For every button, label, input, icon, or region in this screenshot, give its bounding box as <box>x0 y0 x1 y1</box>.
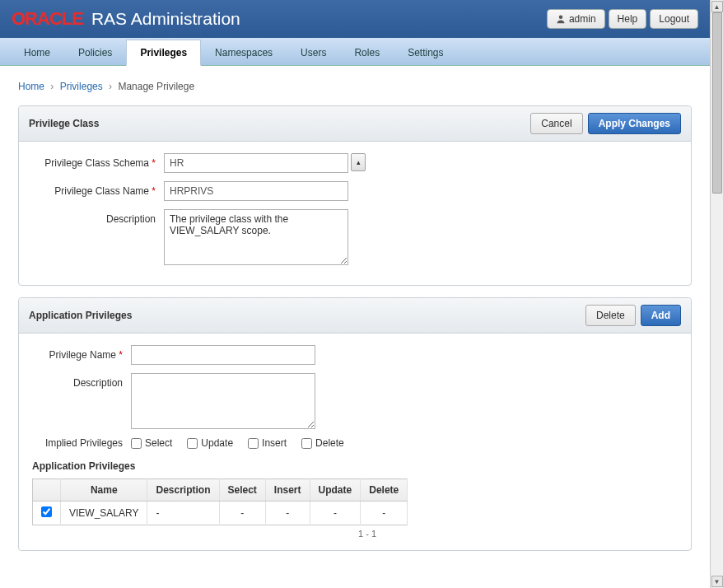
oracle-logo: ORACLE <box>12 8 83 30</box>
scroll-up-icon[interactable]: ▲ <box>711 1 723 12</box>
table-pager: 1 - 1 <box>32 529 376 539</box>
row-desc: - <box>147 502 219 525</box>
implied-insert-option[interactable]: Insert <box>248 437 287 449</box>
breadcrumb: Home › Privileges › Manage Privilege <box>18 81 692 92</box>
implied-select-option[interactable]: Select <box>131 437 172 449</box>
row-update: - <box>310 502 361 525</box>
priv-desc-textarea[interactable] <box>131 373 315 429</box>
app-header: ORACLE RAS Administration admin Help Log… <box>0 0 710 38</box>
app-privs-table: Name Description Select Insert Update De… <box>32 478 408 525</box>
table-row[interactable]: VIEW_SALARY - - - - - <box>33 502 408 525</box>
row-delete: - <box>361 502 408 525</box>
privilege-class-title: Privilege Class <box>29 118 99 129</box>
col-delete[interactable]: Delete <box>361 479 408 502</box>
app-privs-title: Application Privileges <box>29 310 132 321</box>
row-checkbox[interactable] <box>41 506 52 517</box>
logout-button[interactable]: Logout <box>650 9 698 29</box>
col-update[interactable]: Update <box>310 479 361 502</box>
class-name-label: Privilege Class Name * <box>32 181 164 197</box>
help-button[interactable]: Help <box>609 9 647 29</box>
schema-label: Privilege Class Schema * <box>32 153 164 169</box>
row-select: - <box>219 502 265 525</box>
row-name: VIEW_SALARY <box>61 502 147 525</box>
priv-name-label: Privilege Name * <box>32 345 131 361</box>
tab-privileges[interactable]: Privileges <box>126 40 201 66</box>
col-name[interactable]: Name <box>61 479 147 502</box>
user-icon <box>556 14 566 24</box>
schema-input[interactable] <box>164 153 348 173</box>
implied-update-option[interactable]: Update <box>187 437 233 449</box>
breadcrumb-home[interactable]: Home <box>18 81 44 92</box>
breadcrumb-current: Manage Privilege <box>118 81 194 92</box>
tab-roles[interactable]: Roles <box>340 40 394 65</box>
col-desc[interactable]: Description <box>147 479 219 502</box>
apply-changes-button[interactable]: Apply Changes <box>588 113 681 134</box>
main-tabs: Home Policies Privileges Namespaces User… <box>0 38 710 66</box>
col-insert[interactable]: Insert <box>265 479 310 502</box>
priv-desc-label: Description <box>32 373 131 389</box>
implied-update-checkbox[interactable] <box>187 438 198 449</box>
app-title: RAS Administration <box>91 9 240 29</box>
breadcrumb-sep-icon: › <box>50 81 54 92</box>
scroll-track[interactable] <box>711 12 723 576</box>
user-menu-button[interactable]: admin <box>547 9 605 29</box>
class-desc-label: Description <box>32 209 164 225</box>
priv-name-input[interactable] <box>131 345 315 365</box>
tab-settings[interactable]: Settings <box>394 40 457 65</box>
svg-point-0 <box>559 16 563 20</box>
tab-users[interactable]: Users <box>287 40 340 65</box>
col-checkbox <box>33 479 61 502</box>
implied-insert-checkbox[interactable] <box>248 438 259 449</box>
breadcrumb-privileges[interactable]: Privileges <box>60 81 103 92</box>
implied-delete-option[interactable]: Delete <box>301 437 344 449</box>
tab-home[interactable]: Home <box>10 40 64 65</box>
user-label: admin <box>569 13 596 25</box>
class-desc-textarea[interactable] <box>164 209 348 265</box>
schema-dropdown-icon[interactable]: ▴ <box>351 153 366 171</box>
vertical-scrollbar[interactable]: ▲ ▼ <box>710 0 723 588</box>
implied-delete-checkbox[interactable] <box>301 438 312 449</box>
implied-select-checkbox[interactable] <box>131 438 142 449</box>
delete-button[interactable]: Delete <box>585 305 636 326</box>
tab-namespaces[interactable]: Namespaces <box>201 40 287 65</box>
scroll-thumb[interactable] <box>712 12 722 194</box>
application-privileges-panel: Application Privileges Delete Add Privil… <box>18 297 692 551</box>
cancel-button[interactable]: Cancel <box>530 113 582 134</box>
implied-label: Implied Privileges <box>32 437 131 449</box>
row-insert: - <box>265 502 310 525</box>
scroll-down-icon[interactable]: ▼ <box>711 576 723 587</box>
breadcrumb-sep-icon: › <box>109 81 112 92</box>
col-select[interactable]: Select <box>219 479 265 502</box>
tab-policies[interactable]: Policies <box>64 40 126 65</box>
privilege-class-panel: Privilege Class Cancel Apply Changes Pri… <box>18 105 692 286</box>
app-privs-table-title: Application Privileges <box>32 460 678 472</box>
add-button[interactable]: Add <box>641 305 681 326</box>
class-name-input[interactable] <box>164 181 348 201</box>
